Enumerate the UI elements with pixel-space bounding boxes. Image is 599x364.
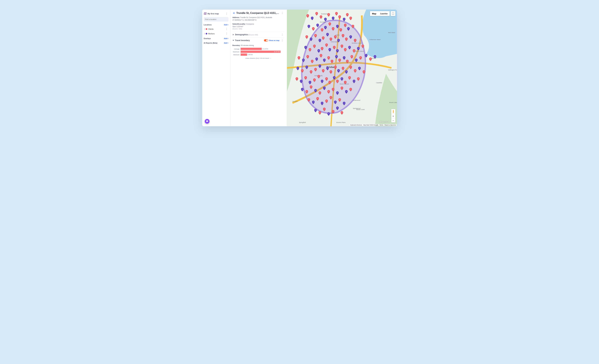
worker-pin[interactable]	[340, 77, 343, 81]
travel-more-icon[interactable]: ⋮	[281, 39, 284, 42]
worker-pin[interactable]	[345, 90, 348, 94]
worker-pin[interactable]	[352, 80, 355, 83]
worker-pin[interactable]	[328, 48, 331, 52]
client-pin[interactable]	[328, 22, 331, 26]
client-pin[interactable]	[314, 34, 317, 37]
client-pin[interactable]	[354, 39, 357, 42]
worker-pin[interactable]	[314, 109, 317, 112]
worker-pin[interactable]	[343, 102, 346, 105]
zoom-out-button[interactable]: −	[391, 118, 395, 122]
worker-pin[interactable]	[324, 18, 327, 21]
client-pin[interactable]	[349, 17, 352, 20]
client-pin[interactable]	[308, 48, 311, 52]
map-canvas[interactable]: Brisbane StrathpineBrendaleAspleyChermsi…	[287, 9, 397, 126]
fullscreen-button[interactable]	[391, 11, 395, 16]
client-pin[interactable]	[333, 46, 336, 49]
client-pin[interactable]	[295, 77, 298, 81]
client-pin[interactable]	[350, 55, 353, 59]
worker-pin[interactable]	[304, 46, 307, 49]
client-pin[interactable]	[322, 36, 325, 40]
client-pin[interactable]	[327, 90, 330, 94]
client-pin[interactable]	[361, 44, 364, 48]
client-pin[interactable]	[314, 68, 317, 71]
worker-pin[interactable]	[349, 35, 352, 39]
client-pin[interactable]	[342, 67, 344, 70]
panel-more-icon[interactable]: ⋮	[281, 11, 284, 15]
client-pin[interactable]	[319, 15, 322, 19]
client-pin[interactable]	[352, 49, 355, 53]
worker-pin[interactable]	[312, 101, 315, 104]
worker-pin[interactable]	[318, 39, 321, 42]
demographics-section[interactable]: Demographics (Source ABS) ⋮	[232, 32, 284, 37]
worker-pin[interactable]	[355, 59, 358, 62]
client-pin[interactable]	[334, 35, 337, 39]
worker-pin[interactable]	[317, 49, 320, 53]
client-pin[interactable]	[332, 110, 335, 113]
travel-boundary-section[interactable]: Travel boundary Show on map ⋮	[232, 37, 284, 43]
worker-pin[interactable]	[336, 106, 339, 110]
map-title-more-icon[interactable]: ⋮	[225, 12, 229, 16]
client-pin[interactable]	[312, 27, 315, 31]
client-pin[interactable]	[338, 98, 341, 102]
client-pin[interactable]	[304, 76, 307, 80]
worker-pin[interactable]	[318, 64, 321, 68]
client-pin[interactable]	[305, 35, 308, 39]
worker-pin[interactable]	[302, 59, 305, 62]
client-pin[interactable]	[325, 43, 328, 47]
worker-pin[interactable]	[336, 25, 339, 28]
client-pin[interactable]	[318, 91, 321, 95]
attribution-link[interactable]: Map Data ©2023 Google	[363, 124, 378, 126]
worker-pin[interactable]	[357, 47, 360, 51]
layer-more-icon[interactable]: ⋮	[225, 27, 229, 31]
client-pin[interactable]	[342, 34, 344, 37]
client-pin[interactable]	[298, 56, 300, 60]
locations-add-button[interactable]: Add +	[224, 24, 229, 26]
worker-pin[interactable]	[337, 69, 340, 73]
client-pin[interactable]	[340, 87, 343, 90]
worker-pin[interactable]	[311, 17, 314, 20]
client-pin[interactable]	[352, 25, 354, 28]
client-pin[interactable]	[325, 77, 328, 81]
client-pin[interactable]	[310, 70, 313, 74]
worker-pin[interactable]	[336, 91, 339, 95]
worker-pin[interactable]	[324, 26, 327, 29]
worker-pin[interactable]	[321, 102, 324, 105]
worker-pin[interactable]	[327, 112, 330, 116]
client-pin[interactable]	[323, 108, 326, 111]
map-type-switch[interactable]: Map Satellite	[370, 11, 389, 16]
map-type-satellite[interactable]: Satellite	[378, 11, 389, 16]
back-arrow-icon[interactable]	[232, 12, 235, 15]
client-pin[interactable]	[344, 48, 347, 52]
client-pin[interactable]	[369, 58, 372, 61]
worker-pin[interactable]	[336, 49, 339, 53]
client-pin[interactable]	[332, 27, 335, 31]
worker-pin[interactable]	[334, 101, 337, 104]
client-pin[interactable]	[332, 88, 335, 91]
client-pin[interactable]	[334, 66, 337, 69]
worker-pin[interactable]	[296, 67, 299, 70]
show-on-map-toggle[interactable]	[264, 39, 268, 42]
worker-pin[interactable]	[308, 25, 310, 28]
client-pin[interactable]	[306, 14, 309, 18]
client-pin[interactable]	[321, 28, 324, 32]
client-pin[interactable]	[339, 28, 342, 32]
client-pin[interactable]	[327, 56, 330, 60]
worker-pin[interactable]	[316, 24, 319, 27]
demographics-more-icon[interactable]: ⋮	[281, 33, 284, 36]
worker-pin[interactable]	[323, 87, 326, 90]
client-pin[interactable]	[357, 77, 360, 81]
client-pin[interactable]	[311, 60, 314, 63]
worker-pin[interactable]	[343, 18, 346, 21]
client-pin[interactable]	[313, 44, 316, 48]
client-pin[interactable]	[321, 47, 324, 51]
client-pin[interactable]	[318, 111, 321, 115]
client-pin[interactable]	[338, 59, 341, 62]
worker-pin[interactable]	[301, 88, 304, 91]
client-pin[interactable]	[344, 81, 347, 84]
client-pin[interactable]	[327, 13, 330, 17]
client-pin[interactable]	[336, 80, 339, 83]
client-pin[interactable]	[305, 90, 308, 94]
client-pin[interactable]	[310, 86, 313, 89]
worker-pin[interactable]	[335, 55, 338, 59]
worker-pin[interactable]	[348, 46, 351, 49]
